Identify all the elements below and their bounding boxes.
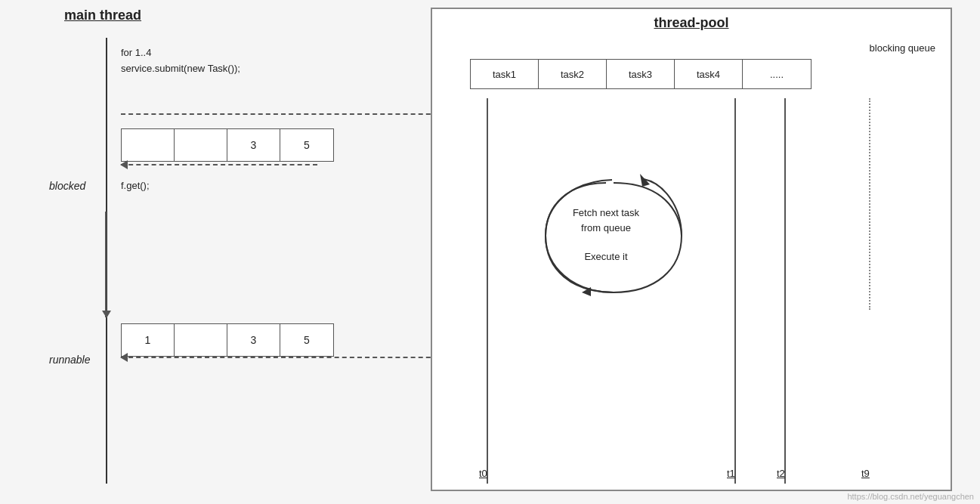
fget-text: f.get();	[121, 180, 150, 191]
code-text: for 1..4 service.submit(new Task());	[121, 45, 240, 77]
queue-cell-0: task1	[471, 60, 539, 88]
watermark: https://blog.csdn.net/yeguangchen	[847, 492, 974, 501]
future-cell-blocked-2: 3	[227, 129, 280, 161]
thread-label-t0: t0	[479, 468, 487, 479]
thread-line-t1	[734, 98, 736, 484]
queue-cell-3: task4	[675, 60, 743, 88]
future-cell-blocked-3: 5	[280, 129, 333, 161]
future-cell-runnable-0: 1	[122, 324, 175, 356]
future-cell-runnable-1	[175, 324, 227, 356]
runnable-arrow	[121, 357, 446, 358]
main-thread-section: main thread for 1..4 service.submit(new …	[23, 8, 431, 491]
code-line1: for 1..4	[121, 45, 240, 61]
queue-cell-2: task3	[607, 60, 675, 88]
cycle-text-bottom: Execute it	[546, 251, 666, 262]
cycle-text-top: Fetch next taskfrom queue	[546, 206, 666, 235]
thread-label-t1: t1	[727, 468, 735, 479]
thread-line-t9	[869, 98, 870, 310]
future-cell-runnable-3: 5	[280, 324, 333, 356]
submit-arrow	[121, 113, 446, 115]
thread-label-t2: t2	[777, 468, 785, 479]
thread-line-t0	[487, 98, 488, 484]
runnable-label: runnable	[49, 354, 91, 366]
future-cell-blocked-0	[122, 129, 175, 161]
thread-pool-section: thread-pool blocking queue task1 task2 t…	[431, 8, 952, 491]
cycle-area: Fetch next taskfrom queue Execute it	[530, 160, 697, 311]
down-arrow	[105, 212, 107, 317]
future-box-runnable: 1 3 5	[121, 323, 334, 357]
future-box-blocked: 3 5	[121, 128, 334, 162]
queue-cell-4: .....	[743, 60, 811, 88]
main-thread-title: main thread	[23, 8, 431, 23]
future-cell-runnable-2: 3	[227, 324, 280, 356]
queue-cell-1: task2	[539, 60, 607, 88]
thread-label-t9: t9	[861, 468, 870, 479]
future-cell-blocked-1	[175, 129, 227, 161]
diagram-container: main thread for 1..4 service.submit(new …	[0, 0, 980, 504]
blocking-queue: task1 task2 task3 task4 .....	[470, 59, 812, 89]
code-line2: service.submit(new Task());	[121, 61, 240, 77]
cycle-svg	[530, 160, 697, 311]
blocking-queue-label: blocking queue	[870, 42, 935, 54]
return-arrow	[121, 164, 317, 165]
thread-line-t2	[784, 98, 786, 484]
blocked-label: blocked	[49, 180, 85, 192]
thread-pool-title: thread-pool	[432, 9, 951, 34]
